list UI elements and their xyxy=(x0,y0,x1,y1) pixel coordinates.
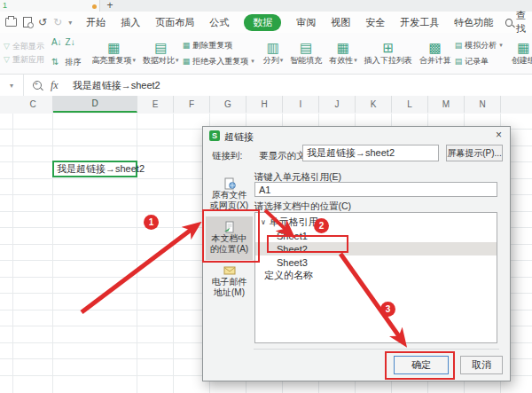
chevron-down-icon: ▾ xyxy=(251,58,254,65)
smart-fill-label: 智能填充 xyxy=(290,55,322,67)
tab-review[interactable]: 审阅 xyxy=(296,16,316,29)
sidebar-item-label: 电子邮件 xyxy=(212,277,247,287)
sidebar-item-label: 本文档中 xyxy=(212,233,247,244)
find-label: 查找 xyxy=(516,9,532,35)
column-header-g[interactable]: G xyxy=(210,96,246,113)
column-header-n[interactable]: N xyxy=(465,96,501,113)
insert-dropdown-list-label: 插入下拉列表 xyxy=(364,55,412,67)
document-tab[interactable]: 1 xyxy=(0,0,100,12)
column-header-c[interactable]: C xyxy=(13,96,53,113)
smart-fill-button[interactable]: ▤ 智能填充 xyxy=(286,35,325,72)
wps-spreadsheet-window: 1 + ↺ ↻ ▾ 开始 插入 页面布局 公式 数据 审阅 视图 安全 开发工具… xyxy=(0,0,532,393)
column-header-i[interactable]: I xyxy=(283,96,319,113)
chevron-down-icon: ▾ xyxy=(133,57,137,64)
tab-home[interactable]: 开始 xyxy=(86,16,106,29)
close-icon[interactable]: × xyxy=(496,129,502,141)
tree-node-cell-reference[interactable]: ∨ 单元格引用 xyxy=(255,216,497,229)
grid-line xyxy=(12,114,13,393)
column-header-m[interactable]: M xyxy=(428,96,465,113)
active-cell-hyperlink[interactable]: 我是超链接→sheet2 xyxy=(52,161,137,177)
consolidate-button[interactable]: ▩ 合并计算 xyxy=(416,35,455,72)
chevron-down-icon: ▾ xyxy=(10,82,13,90)
sort-group: A↓ Z↓ ⇅ 排序 xyxy=(50,35,83,72)
tab-view[interactable]: 视图 xyxy=(331,16,350,29)
ribbon: ▽ 全部显示 ▽ 重新应用 A↓ Z↓ ⇅ 排序 ▦ 高亮重复项▾ ▤ 数据对比… xyxy=(0,33,532,75)
file-globe-icon xyxy=(223,177,237,190)
tree-collapse-caret-icon[interactable]: ∨ xyxy=(261,218,266,226)
display-text-input[interactable]: 我是超链接→sheet2 xyxy=(302,145,439,161)
create-group-label: 创建组 xyxy=(512,55,532,67)
column-header-f[interactable]: F xyxy=(174,96,210,113)
search-icon xyxy=(505,19,512,27)
sort-ascending-icon[interactable]: A↓ xyxy=(51,38,62,47)
tab-special-features[interactable]: 特色功能 xyxy=(454,16,493,29)
show-all-label: 全部显示 xyxy=(12,41,44,52)
reapply-button[interactable]: ▽ 重新应用 xyxy=(4,53,44,67)
tree-node-sheet2-selected[interactable]: Sheet2 xyxy=(255,242,497,255)
tab-page-layout[interactable]: 页面布局 xyxy=(155,16,194,29)
find-control[interactable]: 查找 xyxy=(505,9,532,35)
create-group-button[interactable]: ▦ 创建组 xyxy=(508,35,532,72)
sort-button[interactable]: 排序 xyxy=(66,57,82,68)
delete-duplicates-button[interactable]: ▦ 删除重复项 xyxy=(183,39,254,52)
reapply-label: 重新应用 xyxy=(12,54,44,66)
insert-dropdown-list-button[interactable]: ⊞ 插入下拉列表 xyxy=(361,35,416,72)
sidebar-item-this-document-selected[interactable]: 本文档中 的位置(A) xyxy=(206,216,253,260)
zoom-magnifier-icon[interactable] xyxy=(33,81,42,90)
tab-data-active[interactable]: 数据 xyxy=(244,14,281,31)
text-to-columns-button[interactable]: ▥ 分列▾ xyxy=(260,35,287,72)
highlight-duplicates-button[interactable]: ▦ 高亮重复项▾ xyxy=(89,35,140,72)
custom-sort-icon[interactable]: ⇅ xyxy=(51,58,62,67)
data-compare-button[interactable]: ▤ 数据对比▾ xyxy=(139,35,183,72)
fx-insert-function-button[interactable]: fx xyxy=(51,79,59,92)
ok-button[interactable]: 确定 xyxy=(394,356,449,374)
reject-duplicates-button[interactable]: ▦ 拒绝录入重复项 ▾ xyxy=(183,55,254,68)
data-compare-label: 数据对比 xyxy=(143,55,175,67)
tab-security[interactable]: 安全 xyxy=(365,16,385,29)
validation-button[interactable]: ▦ 有效性▾ xyxy=(325,35,361,72)
column-header-h[interactable]: H xyxy=(246,96,283,113)
what-if-analysis-button[interactable]: ▤ 模拟分析 ▾ xyxy=(455,39,503,52)
tree-node-sheet3[interactable]: Sheet3 xyxy=(255,255,497,269)
column-header-j[interactable]: J xyxy=(319,96,356,113)
cell-reference-input[interactable]: A1 xyxy=(254,182,497,197)
table-rows-icon: ▤ xyxy=(455,58,463,66)
print-preview-icon[interactable] xyxy=(23,17,32,28)
column-header-e[interactable]: E xyxy=(137,96,174,113)
table-grid-icon: ▦ xyxy=(183,42,191,50)
envelope-icon xyxy=(223,264,237,277)
document-position-label: 请选择文档中的位置(C) xyxy=(254,200,351,213)
undo-icon[interactable]: ↺ xyxy=(38,17,47,28)
column-header-row: C D E F G H I J K L M N xyxy=(0,96,532,114)
unsaved-indicator-dot xyxy=(92,4,97,9)
sidebar-item-email-address[interactable]: 电子邮件 地址(M) xyxy=(206,260,253,303)
sidebar-item-existing-file[interactable]: 原有文件 或网页(X) xyxy=(206,173,253,216)
customize-toolbar-caret-icon[interactable]: ▾ xyxy=(68,19,72,27)
tab-insert[interactable]: 插入 xyxy=(121,16,140,29)
tree-node-defined-names[interactable]: 定义的名称 xyxy=(255,269,497,282)
show-all-button[interactable]: ▽ 全部显示 xyxy=(4,40,44,53)
cancel-button[interactable]: 取消 xyxy=(460,356,503,374)
record-form-button[interactable]: ▤ 记录单 xyxy=(455,55,503,68)
screen-tip-button[interactable]: 屏幕提示(P)... xyxy=(446,145,503,161)
name-box-caret[interactable]: ▾ xyxy=(0,75,24,96)
column-header-k[interactable]: K xyxy=(356,96,392,113)
column-header-d-selected[interactable]: D xyxy=(53,96,137,113)
document-position-tree: ∨ 单元格引用 Sheet1 Sheet2 Sheet3 定义的名称 xyxy=(254,212,497,343)
link-to-label: 链接到: xyxy=(212,150,242,162)
tab-formulas[interactable]: 公式 xyxy=(209,16,229,29)
duplicates-group: ▦ 删除重复项 ▦ 拒绝录入重复项 ▾ xyxy=(183,35,254,72)
sidebar-item-label: 或网页(X) xyxy=(210,200,248,211)
dialog-button-separator xyxy=(254,349,499,350)
chevron-down-icon: ▾ xyxy=(499,42,503,49)
print-icon[interactable] xyxy=(5,18,17,27)
hyperlink-dialog: S 超链接 × 链接到: 要显示的文字(T): 我是超链接→sheet2 屏幕提… xyxy=(202,126,511,381)
tab-developer[interactable]: 开发工具 xyxy=(400,16,439,29)
tree-node-sheet1[interactable]: Sheet1 xyxy=(255,229,497,242)
redo-icon[interactable]: ↻ xyxy=(53,17,62,28)
column-header-l[interactable]: L xyxy=(392,96,428,113)
formula-bar-value[interactable]: 我是超链接→sheet2 xyxy=(73,79,160,92)
funnel-icon: ▽ xyxy=(4,56,10,64)
sort-descending-icon[interactable]: Z↓ xyxy=(66,38,82,47)
new-tab-button[interactable]: + xyxy=(103,0,117,12)
